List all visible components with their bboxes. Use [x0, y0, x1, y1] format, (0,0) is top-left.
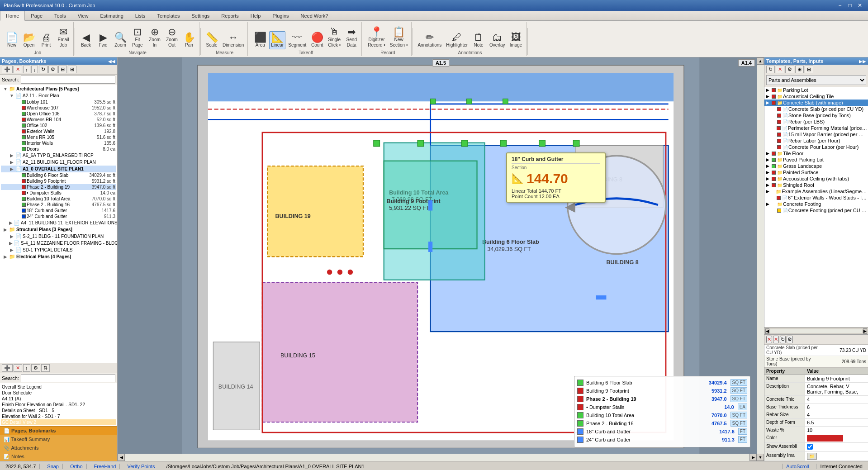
zoom-button[interactable]: 🔍Zoom [112, 31, 128, 49]
tpl-scroll-right[interactable]: ▶ [863, 328, 867, 334]
tree-item[interactable]: ▶Doors8.0 ea [1, 146, 116, 152]
templates-collapse-button[interactable]: ▶▶ [859, 59, 866, 64]
canvas-area[interactable]: A1.5 A1.4 Building 6 Floor Slab 34,029.3… [118, 57, 764, 461]
tree-item[interactable]: ▶📄A1_0 OVERALL SITE PLAN1 [1, 166, 116, 172]
close-button[interactable]: ✕ [855, 1, 864, 10]
ribbon-tab-plugins[interactable]: Plugins [266, 11, 294, 20]
pages-add-button[interactable]: ➕ [2, 66, 13, 73]
senddata-button[interactable]: ➡SendData [343, 26, 360, 49]
bm-sort-button[interactable]: ⇅ [41, 364, 50, 372]
tree-item[interactable]: ▶18" Curb and Gutter1417.6 [1, 208, 116, 214]
open-button[interactable]: 📂Open [21, 31, 37, 49]
count-button[interactable]: 🔴Count [309, 31, 325, 49]
singleclick-button[interactable]: 🖱SingleClick • [326, 26, 342, 49]
tree-toggle[interactable]: ▶ [3, 227, 8, 232]
props-settings-button[interactable]: ⚙ [787, 336, 793, 343]
tree-item[interactable]: ▶Building 9 Footprint5931.2 sq ft [1, 178, 116, 184]
template-item[interactable]: ▶📁Tile Floor [764, 150, 868, 157]
tree-item[interactable]: ▶📄S-4_11 MEZZANINE FLOOR FRAMING - BLDG … [1, 240, 116, 247]
digitizer-button[interactable]: 📍DigitizerRecord • [366, 26, 387, 49]
tree-item[interactable]: ▶Phase 2 - Building 164767.5 sq ft [1, 202, 116, 208]
tree-item[interactable]: ▶📁Electrical Plans [4 Pages] [1, 253, 116, 260]
scale-button[interactable]: 📏Scale [204, 31, 220, 49]
pages-delete-button[interactable]: ✕ [14, 66, 22, 73]
template-item[interactable]: 📄6" Exterior Walls - Wood Studs - Insula… [764, 195, 868, 201]
linear-button[interactable]: 📐Linear [269, 31, 285, 49]
template-item[interactable]: ▶📁Accoustical Ceiling (with tabs) [764, 176, 868, 182]
template-item[interactable]: ▶📁Parking Lot [764, 87, 868, 93]
segment-button[interactable]: 〰Segment [286, 31, 308, 49]
tree-item[interactable]: ▶Mens RR 10551.6 sq ft [1, 134, 116, 140]
template-item[interactable]: 📄Concrete Slab (priced per CU YD) [764, 106, 868, 112]
canvas-vscrollbar[interactable]: ▲ ▼ [757, 57, 764, 461]
props-refresh-button[interactable]: ↻ [780, 336, 786, 343]
tree-item[interactable]: ▶Exterior Walls192.8 [1, 128, 116, 134]
tree-toggle[interactable]: ▶ [9, 234, 14, 239]
tree-item[interactable]: ▶• Dumpster Stalls14.0 ea [1, 190, 116, 196]
pan-button[interactable]: ✋Pan [181, 31, 197, 49]
tree-item[interactable]: ▶📄SD-1 TYPICAL DETAILS [1, 247, 116, 253]
bookmark-item[interactable]: Finish Floor Elevation on Detail - SD1- … [1, 402, 116, 408]
highlighter-button[interactable]: 🖊Highlighter [444, 31, 470, 49]
tree-item[interactable]: ▶Office 102139.6 sq ft [1, 123, 116, 128]
pages-settings-button[interactable]: ⚙ [48, 66, 57, 73]
pages-collapse-all-button[interactable]: ⊟ [58, 66, 67, 73]
tree-item[interactable]: ▶📄S-2_11 BLDG - 11 FOUNDATION PLAN [1, 233, 116, 240]
tree-item[interactable]: ▶Phase 2 - Building 193947.0 sq ft [1, 184, 116, 190]
template-item[interactable]: 📄Perimeter Forming Material (priced per … [764, 125, 868, 131]
tree-item[interactable]: ▶Warehouse 1071952.0 sq ft [1, 105, 116, 111]
tpl-add-button[interactable]: ⊞ [795, 66, 804, 73]
back-button[interactable]: ◀Back [78, 31, 94, 49]
template-item[interactable]: 📄Concrete Pour Labor (per Hour) [764, 144, 868, 150]
bm-up-button[interactable]: ↑ [23, 364, 30, 372]
tree-item[interactable]: ▶📄A4_11 BUILDING 11_EXTERIOR ELEVATIONS [1, 219, 116, 226]
annotations-button[interactable]: ✏Annotations [416, 31, 443, 49]
ribbon-tab-needwork?[interactable]: Need Work? [295, 11, 334, 20]
tree-item[interactable]: ▶📄A6_6A TYP B_ENLARGED TI RCP [1, 152, 116, 159]
fitpage-button[interactable]: ⊡FitPage [129, 26, 146, 49]
tpl-scroll-track[interactable] [770, 329, 862, 333]
tpl-delete-button[interactable]: ✕ [776, 66, 784, 73]
tree-item[interactable]: ▶Interior Walls135.6 [1, 140, 116, 146]
template-item[interactable]: ▶📁Concrete Footing [764, 201, 868, 207]
scroll-track[interactable] [757, 65, 764, 454]
bookmark-item[interactable]: Overall Site Legend [1, 384, 116, 390]
bm-settings-button[interactable]: ⚙ [31, 364, 40, 372]
assembly-image-button[interactable]: 📁 [807, 453, 817, 460]
area-button[interactable]: ⬛Area [252, 31, 268, 49]
tree-item[interactable]: ▼📁Architectural Plans [5 Pages] [1, 85, 116, 92]
bm-delete-button[interactable]: ✕ [14, 364, 22, 372]
template-item[interactable]: ▶📁Accoustical Ceiling Tile [764, 93, 868, 100]
tree-toggle[interactable]: ▶ [9, 247, 14, 252]
pages-down-button[interactable]: ↓ [31, 66, 38, 73]
bookmark-item[interactable]: Elevation for Wall 2 - SD1 - 7 [1, 413, 116, 419]
bookmark-item[interactable]: A4.11 (A) [1, 396, 116, 402]
tree-item[interactable]: ▶Womens RR 10452.0 sq ft [1, 117, 116, 123]
scroll-down-button[interactable]: ▼ [757, 454, 764, 461]
zoomin-button[interactable]: ⊕ZoomIn [147, 26, 163, 49]
minimize-button[interactable]: − [835, 1, 844, 10]
template-item[interactable]: 📄Rebar (per LBS) [764, 119, 868, 125]
pages-up-button[interactable]: ↑ [23, 66, 30, 73]
template-item[interactable]: ▶📁Example Assemblies (Linear/Segment Tak… [764, 188, 868, 195]
new-button[interactable]: 📄New [4, 31, 20, 49]
tree-toggle[interactable]: ▶ [9, 220, 13, 225]
nav-notes[interactable]: 📝 Notes [0, 452, 117, 461]
ribbon-tab-tools[interactable]: Tools [48, 11, 72, 20]
tpl-refresh-button[interactable]: ↻ [766, 66, 775, 73]
ribbon-tab-help[interactable]: Help [245, 11, 267, 20]
scroll-up-button[interactable]: ▲ [757, 57, 764, 65]
template-item[interactable]: ▶📁Paved Parking Lot [764, 157, 868, 163]
tree-toggle[interactable]: ▶ [3, 254, 8, 259]
nav-pages-bookmarks[interactable]: 📄 Pages, Bookmarks [0, 427, 117, 435]
parts-dropdown[interactable]: Parts and AssembliesTemplatesInputs [766, 75, 866, 85]
hscroll-track[interactable] [125, 454, 749, 461]
overlay-button[interactable]: 🗂Overlay [488, 31, 507, 49]
ribbon-tab-view[interactable]: View [72, 11, 95, 20]
tree-item[interactable]: ▶Building 6 Floor Slab34029.4 sq ft [1, 172, 116, 178]
tree-toggle[interactable]: ▼ [3, 86, 8, 91]
template-item[interactable]: ▶📁Grass Landscape [764, 163, 868, 169]
tree-item[interactable]: ▶📄A2_11 BUILDING 11_FLOOR PLAN [1, 159, 116, 166]
tree-toggle[interactable]: ▼ [9, 93, 14, 98]
tree-item[interactable]: ▶📁Structural Plans [3 Pages] [1, 226, 116, 233]
